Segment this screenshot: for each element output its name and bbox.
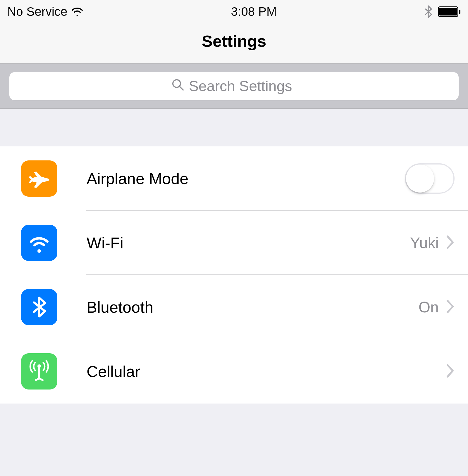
svg-rect-2: [459, 10, 460, 14]
svg-point-5: [37, 364, 41, 368]
wifi-icon: [71, 7, 83, 16]
bluetooth-row-icon: [21, 289, 57, 325]
chevron-right-icon: [446, 364, 455, 379]
search-icon: [171, 78, 184, 95]
row-airplane-mode[interactable]: Airplane Mode: [0, 146, 468, 211]
header: Settings: [0, 23, 468, 63]
chevron-right-icon: [446, 235, 455, 250]
row-label-airplane: Airplane Mode: [87, 169, 405, 188]
row-cellular[interactable]: Cellular: [0, 339, 468, 404]
row-label-wifi: Wi-Fi: [87, 234, 410, 252]
cellular-icon: [21, 353, 57, 390]
row-value-wifi: Yuki: [410, 234, 439, 252]
row-wifi[interactable]: Wi-Fi Yuki: [0, 211, 468, 275]
airplane-icon: [21, 160, 57, 197]
search-field[interactable]: Search Settings: [9, 72, 459, 100]
bluetooth-icon: [424, 5, 432, 18]
svg-rect-1: [439, 8, 457, 15]
toggle-knob: [406, 165, 434, 193]
carrier-label: No Service: [7, 5, 67, 19]
search-container: Search Settings: [0, 63, 468, 109]
page-title: Settings: [0, 32, 468, 51]
row-bluetooth[interactable]: Bluetooth On: [0, 275, 468, 339]
status-time: 3:08 PM: [231, 5, 276, 19]
battery-icon: [438, 6, 461, 17]
chevron-right-icon: [446, 300, 455, 315]
search-placeholder: Search Settings: [189, 78, 292, 95]
svg-line-4: [180, 86, 183, 90]
wifi-row-icon: [21, 225, 57, 261]
section-spacer: [0, 109, 468, 146]
status-bar: No Service 3:08 PM: [0, 0, 468, 23]
settings-list: Airplane Mode Wi-Fi Yuki Bluetooth: [0, 146, 468, 404]
row-label-cellular: Cellular: [87, 362, 446, 380]
row-label-bluetooth: Bluetooth: [87, 298, 419, 316]
status-left: No Service: [7, 5, 83, 19]
row-value-bluetooth: On: [419, 298, 439, 316]
status-right: [424, 5, 461, 18]
airplane-mode-toggle[interactable]: [405, 163, 455, 194]
